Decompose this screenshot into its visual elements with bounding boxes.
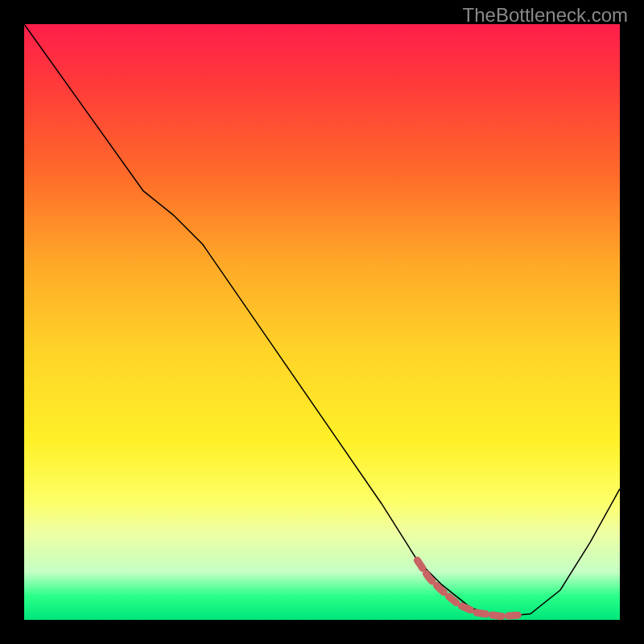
highlight-segment-line — [417, 560, 518, 617]
watermark-text: TheBottleneck.com — [463, 4, 628, 27]
chart-svg — [24, 24, 620, 620]
bottleneck-curve-line — [24, 24, 620, 617]
